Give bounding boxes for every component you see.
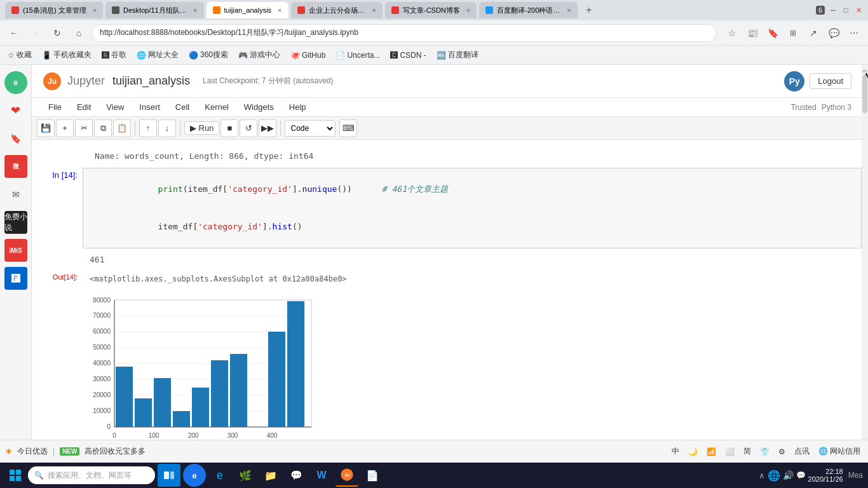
forward-button[interactable]: → (27, 24, 44, 42)
minimize-button[interactable]: ─ (829, 6, 837, 15)
tab6-close[interactable]: × (567, 6, 571, 14)
tab2-close[interactable]: × (193, 6, 197, 14)
paste-button[interactable]: 📋 (113, 119, 131, 137)
taskbar-network-icon[interactable]: 🌐 (768, 470, 780, 482)
menu-file[interactable]: File (42, 100, 68, 114)
taskbar-wechat-app[interactable]: 💬 (285, 464, 308, 487)
taskbar-explorer-app[interactable]: 📁 (259, 464, 282, 487)
bookmark-star[interactable]: ☆ 收藏 (5, 48, 34, 62)
taskbar-search-box[interactable]: 🔍 搜索应用、文档、网页等 (28, 466, 155, 484)
bar-wangzhan[interactable]: 🌐 网站信用 (816, 445, 863, 458)
notification-label-2[interactable]: 高价回收元宝多多 (85, 446, 146, 457)
copy-button[interactable]: ⧉ (94, 119, 112, 137)
bookmark-nav[interactable]: 🌐 网址大全 (134, 48, 181, 62)
back-button[interactable]: ← (5, 24, 23, 42)
taskbar-more-icon[interactable]: ∧ (759, 471, 765, 480)
bar-icon-jian[interactable]: 简 (741, 445, 754, 458)
close-button[interactable]: ✕ (854, 6, 863, 15)
menu-view[interactable]: View (100, 100, 130, 114)
keyboard-shortcuts-button[interactable]: ⌨ (339, 119, 357, 137)
taskbar-jupyter-app[interactable]: Ju (336, 464, 358, 487)
tab-6[interactable]: 百度翻译-200种语言... × (479, 2, 577, 18)
favorites-icon[interactable]: 🔖 (764, 24, 782, 42)
run-button[interactable]: ▶ Run (184, 121, 219, 135)
bookmark-games[interactable]: 🎮 游戏中心 (236, 48, 283, 62)
add-cell-button[interactable]: + (56, 119, 74, 137)
cell-type-select[interactable]: Code (285, 120, 336, 137)
bookmark-google[interactable]: 🅶 谷歌 (99, 48, 129, 62)
new-tab-button[interactable]: + (580, 2, 598, 18)
taskbar-browser-app[interactable]: e (183, 464, 206, 487)
notification-label-1[interactable]: 今日优选 (17, 446, 48, 457)
sidebar-icon-1[interactable]: e (4, 71, 27, 94)
reader-mode-icon[interactable]: 📰 (743, 24, 761, 42)
cell-14-input-content[interactable]: print(item_df['category_id'].nunique()) … (83, 168, 862, 248)
taskbar-green-app[interactable]: 🌿 (234, 464, 257, 487)
bar-icon-box[interactable]: ⬜ (722, 446, 737, 458)
scrollbar[interactable]: ▲ (862, 65, 868, 440)
save-button[interactable]: 💾 (37, 119, 55, 137)
taskbar-volume-icon[interactable]: 🔊 (783, 470, 794, 480)
tab-2[interactable]: Desktop/11月组队学习 × (105, 2, 203, 18)
taskbar-app-1[interactable] (158, 464, 180, 487)
tab-4[interactable]: 企业上云分会场_企业... × (291, 2, 383, 18)
sidebar-icon-5[interactable]: ✉ (4, 183, 27, 206)
address-input[interactable] (92, 24, 717, 42)
sidebar-icon-4[interactable]: 微 (4, 155, 27, 178)
logout-button[interactable]: Logout (810, 73, 851, 89)
maximize-button[interactable]: □ (841, 6, 850, 15)
tab5-close[interactable]: × (466, 6, 470, 14)
bookmark-baidu-translate[interactable]: 🔤 百度翻译 (434, 48, 481, 62)
sidebar-icon-3[interactable]: 🔖 (4, 127, 27, 150)
bookmark-360[interactable]: 🔵 360搜索 (186, 48, 231, 62)
scroll-up-arrow[interactable]: ▲ (862, 70, 867, 72)
bar-icon-moon[interactable]: 🌙 (686, 446, 700, 458)
tab-1[interactable]: (15条消息) 文章管理 × (5, 2, 103, 18)
tab-5[interactable]: 写文章-CSDN博客 × (385, 2, 477, 18)
bar-icon-shirt[interactable]: 👕 (757, 446, 772, 458)
restart-run-button[interactable]: ▶▶ (259, 119, 276, 137)
taskbar-notification-icon[interactable]: 💬 (796, 471, 806, 480)
tab1-close[interactable]: × (93, 6, 97, 14)
menu-cell[interactable]: Cell (169, 100, 196, 114)
menu-widgets[interactable]: Widgets (238, 100, 280, 114)
notebook-name[interactable]: tuijian_analysis (112, 74, 190, 88)
sidebar-icon-2[interactable]: ❤ (4, 99, 27, 122)
interrupt-button[interactable]: ■ (220, 119, 238, 137)
tab-3[interactable]: tuijian_analysis × (207, 2, 288, 18)
menu-help[interactable]: Help (283, 100, 313, 114)
sidebar-icon-6[interactable]: 免费小说 (4, 211, 27, 234)
cut-button[interactable]: ✂ (75, 119, 93, 137)
menu-insert[interactable]: Insert (133, 100, 166, 114)
tab4-close[interactable]: × (372, 6, 376, 14)
taskbar-word-app[interactable]: W (310, 464, 333, 487)
bar-icon-zh[interactable]: 中 (669, 445, 682, 458)
sidebar-icon-7[interactable]: iMiS (4, 239, 27, 262)
menu-kernel[interactable]: Kernel (198, 100, 235, 114)
feedback-icon[interactable]: 💬 (825, 24, 843, 42)
restart-button[interactable]: ↺ (240, 119, 257, 137)
taskbar-clock[interactable]: 22:18 2020/11/26 (808, 468, 843, 483)
taskbar-edge-app[interactable]: e (208, 464, 231, 487)
scrollbar-thumb[interactable] (862, 75, 867, 113)
reload-button[interactable]: ↻ (48, 24, 66, 42)
bookmark-uncerta[interactable]: 📄 Uncerta... (333, 50, 383, 61)
bookmark-csdn[interactable]: 🅲 CSDN - (388, 50, 428, 61)
share-icon[interactable]: ↗ (804, 24, 822, 42)
move-down-button[interactable]: ↓ (158, 119, 176, 137)
home-button[interactable]: ⌂ (70, 24, 88, 42)
settings-icon[interactable]: ⋯ (845, 24, 863, 42)
move-up-button[interactable]: ↑ (139, 119, 157, 137)
bookmark-mobile[interactable]: 📱 手机收藏夹 (39, 48, 94, 62)
bookmark-github[interactable]: 🐙 GitHub (288, 50, 328, 61)
sidebar-icon-8[interactable]: 🅿 (4, 267, 27, 290)
bookmark-star-icon[interactable]: ☆ (723, 24, 741, 42)
taskbar-pdf-app[interactable]: 📄 (361, 464, 384, 487)
notebook-scroll-area[interactable]: Name: words_count, Length: 866, dtype: i… (32, 140, 862, 440)
bar-icon-settings2[interactable]: ⚙ (776, 446, 788, 458)
bar-icon-net[interactable]: 📶 (704, 446, 719, 458)
tab3-close[interactable]: × (278, 6, 281, 14)
bar-dianxun[interactable]: 点讯 (792, 445, 812, 458)
start-button[interactable] (5, 465, 25, 485)
menu-edit[interactable]: Edit (71, 100, 97, 114)
